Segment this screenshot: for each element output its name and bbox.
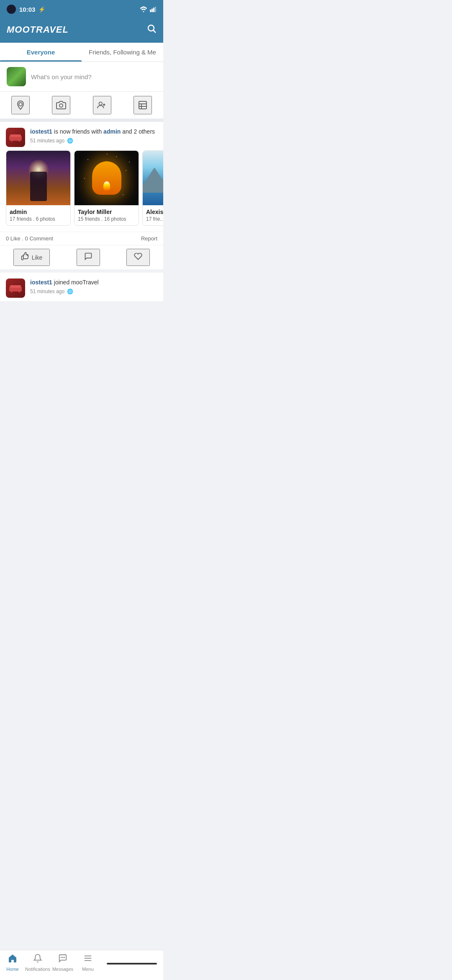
post-header-2: iostest1 joined mooTravel 51 minutes ago… (0, 273, 163, 301)
post-linked-user[interactable]: admin (103, 128, 121, 135)
composer-placeholder: What's on your mind? (31, 73, 92, 80)
post-avatar-2 (6, 279, 25, 298)
svg-rect-3 (153, 8, 154, 12)
composer-avatar (7, 67, 26, 86)
post-author[interactable]: iostest1 (30, 128, 52, 135)
friend-name-admin: admin (10, 209, 67, 215)
svg-point-8 (59, 104, 63, 107)
friend-card-info-alexis: Alexis 17 frie... (143, 205, 163, 225)
post-stats-1: 0 Like . 0 Comment Report (0, 232, 163, 245)
post-author-2[interactable]: iostest1 (30, 279, 52, 286)
friend-name-taylor: Taylor Miller (78, 209, 135, 215)
like-icon (21, 252, 29, 263)
svg-rect-22 (10, 285, 21, 288)
post-extra: and 2 others (122, 128, 155, 135)
svg-rect-15 (18, 140, 20, 142)
charging-icon: ⚡ (39, 6, 45, 13)
post-content-2: iostest1 joined mooTravel 51 minutes ago… (30, 279, 157, 294)
comment-button[interactable] (77, 249, 100, 266)
composer-avatar-image (7, 67, 26, 86)
status-left: 10:03 ⚡ (7, 5, 45, 14)
avatar-sofa-icon-2 (6, 279, 25, 298)
tab-friends[interactable]: Friends, Following & Me (82, 43, 163, 62)
app-logo: MOOTRAVEL (7, 24, 69, 35)
like-label: Like (32, 254, 43, 261)
post-meta-2: 51 minutes ago 🌐 (30, 289, 157, 294)
comment-icon (84, 252, 92, 263)
svg-point-7 (19, 103, 22, 106)
svg-line-6 (154, 31, 156, 33)
svg-point-0 (143, 11, 144, 13)
post-text-2: iostest1 joined mooTravel (30, 279, 157, 287)
post-likes-comments: 0 Like . 0 Comment (6, 235, 53, 242)
post-content-1: iostest1 is now friends with admin and 2… (30, 128, 157, 144)
post-action: is now friends with (54, 128, 103, 135)
svg-rect-20 (11, 291, 13, 292)
svg-rect-21 (18, 291, 20, 292)
friend-card-img-alexis (143, 151, 163, 205)
search-button[interactable] (146, 23, 157, 36)
friend-name-alexis: Alexis (146, 209, 163, 215)
friend-card-taylor[interactable]: Taylor Miller 15 friends . 16 photos (74, 150, 139, 226)
post-text-1: iostest1 is now friends with admin and 2… (30, 128, 157, 136)
post-time: 51 minutes ago (30, 138, 64, 144)
status-bar: 10:03 ⚡ (0, 0, 163, 18)
svg-rect-16 (10, 134, 21, 137)
feed-tabs: Everyone Friends, Following & Me (0, 43, 163, 62)
friend-card-admin[interactable]: admin 17 friends . 6 photos (6, 150, 71, 226)
status-time: 10:03 (19, 6, 35, 13)
post-time-2: 51 minutes ago (30, 289, 64, 294)
post-action-2: joined mooTravel (54, 279, 99, 286)
favorite-button[interactable] (126, 249, 150, 266)
friend-card-img-taylor (74, 151, 139, 205)
svg-point-5 (148, 25, 154, 31)
friend-card-img-admin (6, 151, 70, 205)
status-right (140, 6, 157, 12)
wifi-icon (140, 6, 147, 12)
post-actions-1: Like (0, 245, 163, 269)
post-header-1: iostest1 is now friends with admin and 2… (0, 122, 163, 150)
report-link[interactable]: Report (141, 235, 157, 242)
friend-card-info-admin: admin 17 friends . 6 photos (6, 205, 70, 225)
friend-stats-admin: 17 friends . 6 photos (10, 216, 67, 222)
svg-point-9 (99, 102, 102, 105)
camera-button[interactable] (52, 96, 70, 114)
avatar-sofa-icon (6, 128, 25, 147)
post-card-2: iostest1 joined mooTravel 51 minutes ago… (0, 273, 163, 301)
app-header: MOOTRAVEL (0, 18, 163, 43)
like-button[interactable]: Like (13, 249, 50, 266)
svg-rect-4 (155, 7, 156, 12)
heart-icon (134, 252, 142, 263)
friend-cards: admin 17 friends . 6 photos (0, 150, 163, 232)
post-card-1: iostest1 is now friends with admin and 2… (0, 122, 163, 269)
post-avatar-1 (6, 128, 25, 147)
svg-rect-2 (152, 8, 153, 12)
post-composer[interactable]: What's on your mind? (0, 62, 163, 92)
gallery-button[interactable] (134, 96, 152, 114)
post-meta-1: 51 minutes ago 🌐 (30, 138, 157, 144)
svg-rect-10 (139, 101, 146, 109)
globe-icon-2: 🌐 (67, 289, 73, 294)
svg-rect-1 (150, 10, 151, 12)
signal-icon (150, 6, 157, 12)
status-avatar (7, 5, 16, 14)
location-button[interactable] (11, 96, 30, 114)
friend-stats-alexis: 17 frie... (146, 216, 163, 222)
friend-card-info-taylor: Taylor Miller 15 friends . 16 photos (74, 205, 139, 225)
tag-people-button[interactable] (93, 96, 111, 114)
friend-card-alexis[interactable]: Alexis 17 frie... (142, 150, 163, 226)
globe-icon: 🌐 (67, 138, 73, 144)
tab-everyone[interactable]: Everyone (0, 43, 82, 62)
friend-stats-taylor: 15 friends . 16 photos (78, 216, 135, 222)
post-action-bar (0, 92, 163, 122)
svg-rect-14 (11, 140, 13, 142)
